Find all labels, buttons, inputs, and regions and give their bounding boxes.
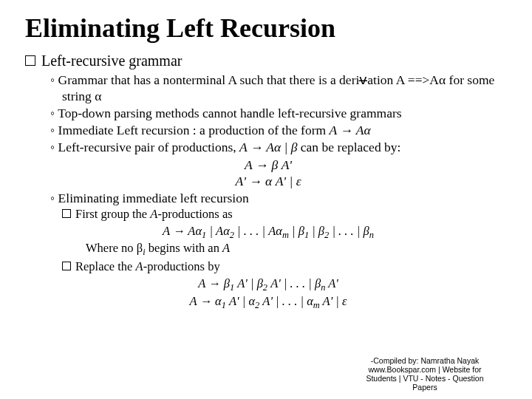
- text: begins with an: [146, 241, 223, 255]
- step-replace: Replace the A-productions by: [62, 259, 511, 275]
- text: Left-recursive pair of productions,: [58, 140, 239, 154]
- nonterminal: A: [222, 241, 230, 255]
- text: can be replaced by:: [297, 140, 400, 154]
- square-bullet-icon: [62, 262, 71, 270]
- replace-production-1: A → β1 A' | β2 A' | . . . | βn A': [25, 276, 511, 293]
- text: First group the: [75, 207, 150, 221]
- slide: Eliminating Left Recursion Left-recursiv…: [0, 0, 532, 399]
- group-production: A → Aα1 | Aα2 | . . . | Aαm | β1 | β2 | …: [25, 223, 511, 241]
- text: -productions by: [143, 259, 220, 273]
- footer-line-1: -Compiled by: Namratha Nayak: [340, 356, 510, 365]
- footer-line-3: Students | VTU - Notes - Question: [340, 374, 510, 383]
- nonterminal: A: [150, 207, 157, 221]
- square-bullet-icon: [25, 55, 35, 66]
- production: A → Aα | β: [239, 140, 297, 154]
- step-group-where: Where no βi begins with an A: [86, 241, 511, 259]
- square-bullet-icon: [62, 209, 71, 218]
- replacement-line-2: A' → α A' | ε: [25, 173, 511, 189]
- bullet-eliminating: Eliminating immediate left recursion: [50, 191, 511, 207]
- formula: A → β A': [245, 157, 292, 172]
- bullet-topdown: Top-down parsing methods cannot handle l…: [50, 106, 511, 122]
- footer-line-2: www.Bookspar.com | Website for: [340, 365, 510, 374]
- replace-production-2: A → α1 A' | α2 A' | . . . | αm A' | ε: [25, 293, 511, 311]
- bullet-derivation: Grammar that has a nonterminal A such th…: [50, 72, 511, 105]
- text: Where no β: [86, 241, 143, 255]
- replacement-line-1: A → β A': [25, 157, 511, 173]
- bullet-immediate: Immediate Left recursion : a production …: [50, 123, 511, 139]
- footer-line-4: Papers: [340, 383, 510, 392]
- text: -productions as: [157, 207, 232, 221]
- formula: A' → α A' | ε: [235, 174, 301, 188]
- bullet-pair: Left-recursive pair of productions, A → …: [50, 140, 511, 156]
- nonterminal: A: [136, 259, 143, 273]
- text: Immediate Left recursion : a production …: [58, 123, 330, 137]
- footer: -Compiled by: Namratha Nayak www.Bookspa…: [340, 356, 510, 392]
- production: A → Aα: [329, 123, 370, 137]
- slide-title: Eliminating Left Recursion: [25, 13, 511, 44]
- step-group: First group the A-productions as: [62, 207, 511, 222]
- heading-left-recursive: Left-recursive grammar: [25, 52, 511, 69]
- text: Replace the: [75, 259, 136, 273]
- heading-text: Left-recursive grammar: [41, 52, 182, 69]
